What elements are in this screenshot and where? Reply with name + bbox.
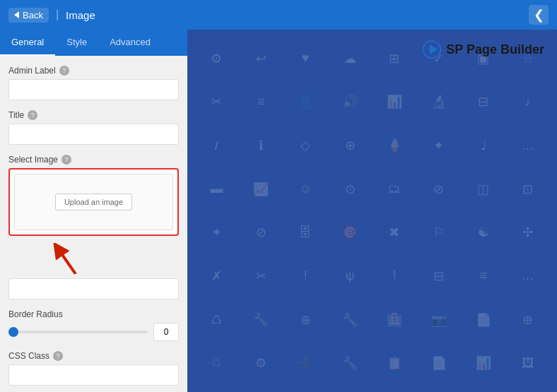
bg-icon: ✖ — [373, 211, 417, 255]
admin-label-label: Admin Label ? — [8, 66, 179, 76]
css-class-help-icon[interactable]: ? — [53, 351, 63, 361]
tabs-bar: General Style Advanced — [0, 30, 187, 56]
bg-icon: ⊞ — [373, 37, 417, 81]
title-help-icon[interactable]: ? — [28, 110, 37, 120]
bg-icon: ⊕ — [283, 298, 328, 342]
bg-icon: 📊 — [461, 341, 505, 385]
bg-icon: ≡ — [461, 254, 505, 298]
left-panel: General Style Advanced Admin Label ? Tit… — [0, 30, 187, 392]
bg-icon: 🔧 — [328, 341, 373, 385]
title-input[interactable] — [8, 124, 179, 145]
bg-icon: ⊡ — [505, 167, 550, 211]
bg-icon: ⊘ — [239, 211, 283, 255]
bg-icon: ⊟ — [461, 81, 505, 124]
back-button[interactable]: Back — [8, 8, 49, 23]
svg-line-1 — [58, 249, 76, 274]
bg-icon: 🍦 — [373, 124, 417, 167]
bg-icon: 📊 — [373, 81, 417, 124]
background-icons-grid: ⚙ ↩ ♥ ☁ ⊞ ✓ ▣ ☆ ✂ ≡ 👤 🔊 📊 🔬 ⊟ ♪ 𝐼 ℹ ◇ ⊕ … — [187, 30, 557, 392]
bg-icon: ♪ — [505, 81, 550, 124]
bg-icon: 🔊 — [328, 81, 373, 124]
bg-icon: ☺ — [283, 167, 328, 211]
topbar: Back | Image ❮ — [0, 0, 557, 30]
svg-marker-3 — [430, 44, 438, 54]
select-image-label: Select Image ? — [8, 155, 179, 165]
bg-icon: ℹ — [239, 124, 283, 167]
border-radius-group: Border Radius 0 — [8, 309, 179, 341]
image-url-group — [8, 278, 179, 299]
red-arrow-svg — [51, 243, 86, 274]
bg-icon: 🔧 — [328, 298, 373, 342]
bg-icon: ⊕ — [505, 298, 550, 342]
bg-icon: ☁ — [328, 37, 373, 81]
select-image-group: Select Image ? Upload an image — [8, 155, 179, 236]
css-class-group: CSS Class ? — [8, 351, 179, 386]
bg-icon: ▬ — [194, 167, 239, 211]
admin-label-input[interactable] — [8, 79, 179, 100]
tab-style[interactable]: Style — [55, 30, 98, 56]
image-url-input[interactable] — [8, 278, 179, 299]
bg-icon: … — [505, 124, 550, 167]
select-image-help-icon[interactable]: ? — [61, 155, 71, 165]
title-group: Title ? — [8, 110, 179, 145]
upload-image-button[interactable]: Upload an image — [55, 194, 132, 210]
bg-icon: 🗄 — [283, 211, 328, 255]
bg-icon: … — [505, 254, 550, 298]
tab-general[interactable]: General — [0, 30, 55, 56]
bg-icon: ! — [373, 254, 417, 298]
bg-icon: 📷 — [416, 298, 461, 342]
bg-icon: ➕ — [283, 341, 328, 385]
bg-icon: 🔬 — [416, 81, 461, 124]
image-upload-area[interactable]: Upload an image — [14, 174, 173, 230]
sp-logo-icon — [422, 40, 442, 59]
border-radius-track[interactable] — [8, 331, 148, 333]
title-label: Title ? — [8, 110, 179, 120]
bg-icon: 🗂 — [373, 167, 417, 211]
bg-icon: ♩ — [461, 124, 505, 167]
bg-icon: ⚐ — [416, 211, 461, 255]
bg-icon: ✂ — [194, 81, 239, 124]
bg-icon: 📄 — [461, 298, 505, 342]
bg-icon: 🎯 — [328, 211, 373, 255]
admin-label-group: Admin Label ? — [8, 66, 179, 100]
bg-icon: ✦ — [416, 124, 461, 167]
bg-icon: ≡ — [239, 81, 283, 124]
bg-icon: 👤 — [283, 81, 328, 124]
css-class-label: CSS Class ? — [8, 351, 179, 361]
bg-icon: ⊕ — [328, 124, 373, 167]
bg-icon: ! — [283, 254, 328, 298]
bg-icon: ◇ — [283, 124, 328, 167]
back-arrow-icon — [14, 11, 19, 18]
border-radius-label: Border Radius — [8, 309, 179, 319]
css-class-input[interactable] — [8, 364, 179, 386]
bg-icon: ✂ — [239, 254, 283, 298]
bg-icon: ✣ — [505, 211, 550, 255]
bg-icon: ✦ — [194, 211, 239, 255]
bg-icon: ✗ — [194, 254, 239, 298]
bg-icon: ⊟ — [416, 254, 461, 298]
bg-icon: 𝐼 — [194, 124, 239, 167]
bg-icon: ♺ — [194, 298, 239, 342]
sp-logo-text: SP Page Builder — [446, 42, 544, 57]
bg-icon: 🔧 — [239, 298, 283, 342]
bg-icon: 📈 — [239, 167, 283, 211]
bg-icon: ☯ — [461, 211, 505, 255]
admin-label-help-icon[interactable]: ? — [59, 66, 69, 76]
sp-logo: SP Page Builder — [422, 40, 544, 59]
collapse-button[interactable]: ❮ — [529, 5, 549, 25]
border-radius-thumb[interactable] — [8, 327, 18, 337]
bg-icon: ⚙ — [194, 37, 239, 81]
back-label: Back — [23, 10, 43, 20]
arrow-indicator — [8, 243, 179, 274]
tab-advanced[interactable]: Advanced — [98, 30, 162, 56]
main-layout: General Style Advanced Admin Label ? Tit… — [0, 30, 557, 392]
bg-icon: ♥ — [283, 37, 328, 81]
panel-content: Admin Label ? Title ? Select Image ? — [0, 56, 187, 392]
bg-icon: ♲ — [194, 341, 239, 385]
bg-icon: ⊘ — [416, 167, 461, 211]
topbar-divider: | — [56, 8, 59, 21]
bg-icon: 🏥 — [373, 298, 417, 342]
panel-title: Image — [66, 9, 95, 21]
border-radius-value: 0 — [153, 323, 179, 341]
bg-icon: ↩ — [239, 37, 283, 81]
